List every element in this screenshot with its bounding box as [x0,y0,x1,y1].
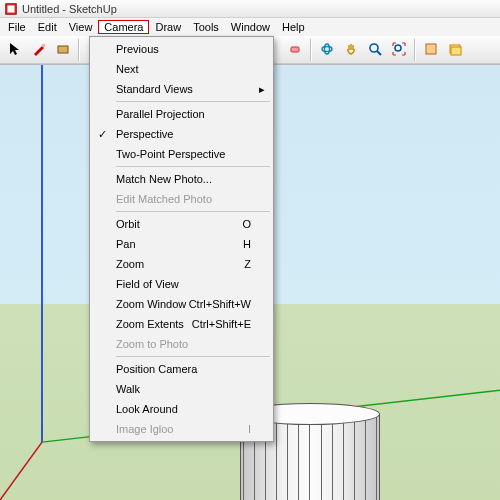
svg-rect-15 [426,44,436,54]
orbit-icon [320,42,334,58]
menu-item-look-around[interactable]: Look Around [92,399,271,419]
rect-button[interactable] [52,39,74,61]
submenu-arrow-icon: ▸ [259,83,265,96]
cursor-icon [8,42,22,58]
pencil-icon [32,42,46,58]
shortcut: Ctrl+Shift+E [192,318,251,330]
svg-point-11 [325,44,330,54]
menu-item-walk[interactable]: Walk [92,379,271,399]
menu-item-zoom-window[interactable]: Zoom WindowCtrl+Shift+W [92,294,271,314]
app-icon [4,2,18,16]
menu-item-label: Zoom Window [116,298,186,310]
menu-item-orbit[interactable]: OrbitO [92,214,271,234]
svg-point-12 [370,44,378,52]
menu-item-zoom-extents[interactable]: Zoom ExtentsCtrl+Shift+E [92,314,271,334]
menu-item-label: Match New Photo... [116,173,212,185]
camera-menu-dropdown: PreviousNextStandard Views▸Parallel Proj… [89,36,274,442]
menu-item-parallel-projection[interactable]: Parallel Projection [92,104,271,124]
menu-item-label: Zoom [116,258,144,270]
menu-item-label: Perspective [116,128,173,140]
window-title: Untitled - SketchUp [22,3,117,15]
menu-item-next[interactable]: Next [92,59,271,79]
pencil-button[interactable] [28,39,50,61]
menu-item-label: Position Camera [116,363,197,375]
menu-item-match-new-photo-[interactable]: Match New Photo... [92,169,271,189]
eraser-icon [288,42,302,58]
eraser-button[interactable] [284,39,306,61]
menu-item-standard-views[interactable]: Standard Views▸ [92,79,271,99]
shortcut: H [243,238,251,250]
zoom-icon [368,42,382,58]
menu-item-label: Standard Views [116,83,193,95]
menu-item-zoom-to-photo: Zoom to Photo [92,334,271,354]
svg-rect-9 [291,47,299,52]
menu-item-label: Orbit [116,218,140,230]
menu-item-field-of-view[interactable]: Field of View [92,274,271,294]
svg-point-10 [322,47,332,52]
menu-item-previous[interactable]: Previous [92,39,271,59]
titlebar: Untitled - SketchUp [0,0,500,18]
svg-line-13 [377,51,381,55]
menu-view[interactable]: View [63,20,99,34]
menu-edit[interactable]: Edit [32,20,63,34]
cursor-button[interactable] [4,39,26,61]
menu-item-label: Zoom Extents [116,318,184,330]
model-info-button[interactable] [420,39,442,61]
svg-rect-3 [58,46,68,53]
model-info-icon [424,42,438,58]
orbit-button[interactable] [316,39,338,61]
zoom-button[interactable] [364,39,386,61]
svg-rect-1 [8,5,15,12]
shortcut: O [242,218,251,230]
svg-rect-17 [451,47,461,55]
check-icon: ✓ [98,128,107,141]
menu-draw[interactable]: Draw [149,20,187,34]
shortcut: Ctrl+Shift+W [189,298,251,310]
layers-button[interactable] [444,39,466,61]
menu-camera[interactable]: Camera [98,20,149,34]
shortcut: Z [244,258,251,270]
menu-item-two-point-perspective[interactable]: Two-Point Perspective [92,144,271,164]
shortcut: I [248,423,251,435]
menu-item-position-camera[interactable]: Position Camera [92,359,271,379]
svg-rect-2 [42,44,45,47]
menu-window[interactable]: Window [225,20,276,34]
menu-item-edit-matched-photo: Edit Matched Photo [92,189,271,209]
menu-file[interactable]: File [2,20,32,34]
layers-icon [448,42,462,58]
pan-icon [344,42,358,58]
svg-point-14 [395,45,401,51]
menu-help[interactable]: Help [276,20,311,34]
svg-line-20 [0,442,42,500]
menu-item-label: Previous [116,43,159,55]
menu-item-image-igloo: Image IglooI [92,419,271,439]
zoom-extents-button[interactable] [388,39,410,61]
menu-item-label: Image Igloo [116,423,173,435]
pan-button[interactable] [340,39,362,61]
zoom-extents-icon [392,42,406,58]
menu-item-perspective[interactable]: ✓Perspective [92,124,271,144]
menu-item-zoom[interactable]: ZoomZ [92,254,271,274]
menu-item-label: Pan [116,238,136,250]
menu-item-label: Next [116,63,139,75]
rect-icon [56,42,70,58]
menu-item-label: Parallel Projection [116,108,205,120]
menubar: FileEditViewCameraDrawToolsWindowHelp [0,18,500,36]
menu-item-pan[interactable]: PanH [92,234,271,254]
menu-tools[interactable]: Tools [187,20,225,34]
menu-item-label: Two-Point Perspective [116,148,225,160]
menu-item-label: Edit Matched Photo [116,193,212,205]
menu-item-label: Field of View [116,278,179,290]
menu-item-label: Look Around [116,403,178,415]
menu-item-label: Zoom to Photo [116,338,188,350]
menu-item-label: Walk [116,383,140,395]
